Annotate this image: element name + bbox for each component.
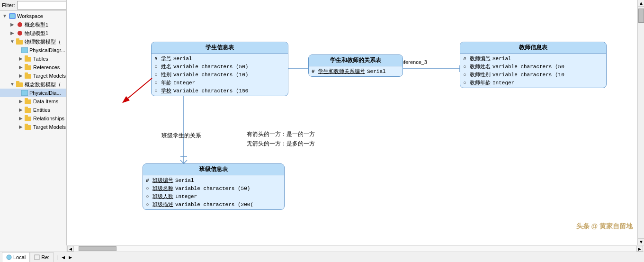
- horizontal-scrollbar[interactable]: ◄ ►: [66, 245, 644, 252]
- tree-item-workspace[interactable]: ▼ Workspace: [0, 12, 66, 20]
- svg-rect-6: [21, 47, 28, 53]
- expander-target-models2[interactable]: ▶: [17, 123, 25, 131]
- svg-rect-19: [25, 107, 28, 109]
- entity-row: ○ 性别 Variable characters (10): [154, 71, 285, 79]
- attr-type: Variable characters (200(: [175, 202, 253, 208]
- entity-relation-body: # 学生和教师关系编号 Serial: [309, 66, 402, 76]
- tree-item-physical-diag[interactable]: PhysicalDiagr...: [0, 46, 66, 54]
- tree-item-relationships[interactable]: ▶ Relationships: [0, 114, 66, 123]
- svg-line-40: [184, 160, 187, 163]
- tree-label-entities: Entities: [33, 107, 50, 113]
- scroll-down-button[interactable]: ▼: [638, 238, 644, 245]
- fk-symbol: ○: [463, 72, 468, 78]
- attr-name: 教师姓名: [470, 63, 491, 70]
- tree-label-physical-diag: PhysicalDiagr...: [29, 47, 65, 53]
- entity-class[interactable]: 班级信息表 # 班级编号 Serial ○ 班级名称 Variable char…: [143, 163, 285, 210]
- tree-item-concept-model1[interactable]: ▶ 概念模型1: [0, 20, 66, 29]
- entity-student[interactable]: 学生信息表 # 学号 Serial ○ 姓名 Variable characte…: [151, 42, 288, 96]
- attr-name: 教师编号: [470, 55, 491, 62]
- attr-name: 学号: [161, 55, 171, 62]
- attr-name: 班级编号: [152, 177, 173, 184]
- target-models-icon: [25, 72, 32, 80]
- attr-type: Integer: [173, 80, 195, 86]
- attr-name: 性别: [161, 71, 171, 78]
- scroll-left-button[interactable]: ◄: [67, 246, 74, 252]
- tree-label-physical-dia2: PhysicalDia...: [29, 90, 61, 96]
- tree-item-entities[interactable]: ▶ Entities: [0, 106, 66, 114]
- svg-rect-1: [10, 14, 15, 18]
- tree-item-data-items[interactable]: ▶ Data Items: [0, 97, 66, 106]
- filter-label: Filter:: [2, 2, 15, 8]
- svg-rect-15: [21, 90, 28, 96]
- fk-symbol: ○: [146, 186, 151, 191]
- expander-relationships[interactable]: ▶: [17, 115, 25, 122]
- tree-label-concept-data-model: 概念数据模型（: [25, 81, 61, 88]
- attr-type: Serial: [492, 56, 511, 62]
- entity-row: ○ 班级名称 Variable characters (50): [146, 184, 281, 192]
- svg-rect-23: [25, 124, 28, 126]
- pk-symbol: #: [154, 56, 159, 62]
- entity-student-body: # 学号 Serial ○ 姓名 Variable characters (50…: [152, 54, 288, 96]
- tree-label-references: References: [33, 64, 60, 70]
- entity-row: ○ 学校 Variable characters (150: [154, 87, 285, 95]
- tree-item-references[interactable]: ▶ References: [0, 63, 66, 72]
- canvas[interactable]: Reference_2 Reference_3: [66, 0, 637, 245]
- expander-physical-data-model[interactable]: ▼: [9, 38, 16, 45]
- nav-prev[interactable]: ◄: [61, 254, 66, 260]
- entity-relation[interactable]: 学生和教师的关系表 # 学生和教师关系编号 Serial: [308, 54, 403, 77]
- local-tab-label: Local: [13, 254, 26, 260]
- expander-concept-data-model[interactable]: ▼: [9, 81, 16, 88]
- tree-item-physical-model1[interactable]: ▶ 物理模型1: [0, 29, 66, 37]
- entity-class-body: # 班级编号 Serial ○ 班级名称 Variable characters…: [143, 175, 284, 209]
- tree-label-physical-model1: 物理模型1: [25, 30, 48, 37]
- expander-entities[interactable]: ▶: [17, 106, 25, 114]
- remote-icon: [34, 254, 40, 260]
- tree-item-physical-data-model[interactable]: ▼ 物理数据模型（: [0, 37, 66, 46]
- references-icon: [25, 63, 32, 71]
- svg-point-3: [18, 31, 22, 36]
- entity-row: ○ 姓名 Variable characters (50): [154, 63, 285, 71]
- entity-row: ○ 班级人数 Integer: [146, 192, 281, 200]
- attr-name: 班级描述: [152, 201, 173, 208]
- expander-physical-model1[interactable]: ▶: [9, 29, 16, 37]
- expander-workspace[interactable]: ▼: [1, 12, 9, 20]
- attr-type: Serial: [175, 178, 194, 183]
- annotation-arrow-note1: 有箭头的一方：是一的一方: [247, 130, 315, 138]
- physical-data-model-icon: [16, 38, 24, 45]
- attr-name: 学校: [161, 87, 171, 94]
- expander-data-items[interactable]: ▶: [17, 98, 25, 105]
- status-tab-local[interactable]: Local: [2, 252, 30, 262]
- target-models2-icon: [25, 123, 32, 131]
- expander-references[interactable]: ▶: [17, 63, 25, 71]
- sidebar: Filter: ▼ Workspace ▶ 概念模型1: [0, 0, 66, 252]
- attr-name: 班级名称: [152, 185, 173, 192]
- scroll-up-button[interactable]: ▲: [638, 0, 644, 7]
- tree-item-concept-data-model[interactable]: ▼ 概念数据模型（: [0, 80, 66, 89]
- expander-physical-diag: [17, 46, 21, 54]
- tree-item-target-models2[interactable]: ▶ Target Models: [0, 123, 66, 131]
- scroll-thumb[interactable]: [638, 9, 644, 23]
- scroll-right-button[interactable]: ►: [636, 246, 643, 252]
- h-scroll-thumb[interactable]: [79, 246, 116, 251]
- attr-type: Serial: [173, 56, 192, 62]
- expander-target-models[interactable]: ▶: [17, 72, 25, 80]
- attr-type: Variable characters (10): [173, 72, 248, 78]
- tree-item-tables[interactable]: ▶ Tables: [0, 54, 66, 63]
- expander-concept-model1[interactable]: ▶: [9, 21, 16, 28]
- tree-item-target-models[interactable]: ▶ Target Models: [0, 72, 66, 80]
- entity-teacher-body: # 教师编号 Serial ○ 教师姓名 Variable characters…: [460, 54, 606, 88]
- annotation-class-relation: 班级学生的关系: [161, 132, 201, 140]
- fk-symbol: ○: [146, 194, 151, 199]
- svg-line-39: [180, 160, 184, 163]
- entity-teacher[interactable]: 教师信息表 # 教师编号 Serial ○ 教师姓名 Variable char…: [460, 42, 607, 88]
- attr-type: Variable characters (50): [175, 186, 250, 191]
- status-tab-remote[interactable]: Re:: [30, 252, 54, 262]
- filter-input[interactable]: [17, 1, 67, 9]
- tree-item-physical-dia2[interactable]: PhysicalDia...: [0, 89, 66, 97]
- vertical-scrollbar[interactable]: ▲ ▼: [637, 0, 644, 245]
- expander-tables[interactable]: ▶: [17, 55, 25, 63]
- tree-label-relationships: Relationships: [33, 116, 64, 121]
- entity-student-header: 学生信息表: [152, 42, 288, 54]
- attr-type: Variable characters (150: [173, 88, 248, 94]
- nav-next[interactable]: ►: [68, 254, 73, 260]
